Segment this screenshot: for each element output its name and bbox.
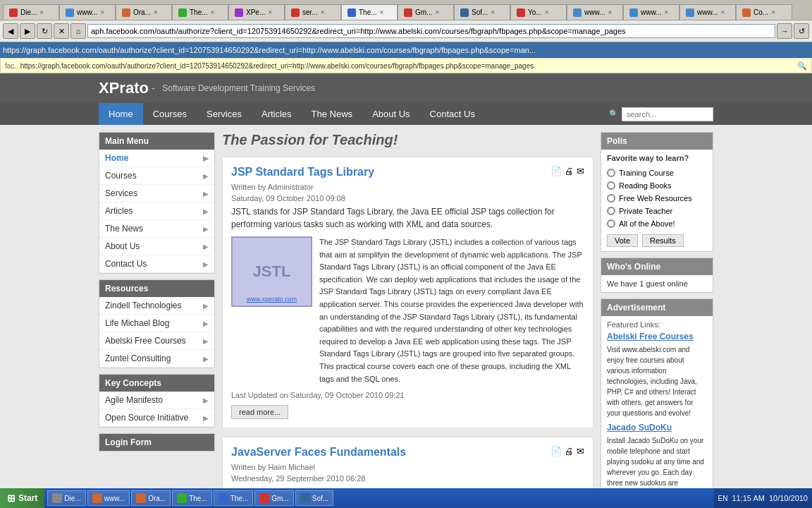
- poll-radio-private[interactable]: [607, 207, 615, 215]
- nav-menu: Home Courses Services Articles The News …: [99, 103, 485, 125]
- tab-yo[interactable]: Yo...×: [510, 4, 567, 20]
- reload-button[interactable]: ↻: [37, 23, 52, 39]
- back-button[interactable]: ◀: [3, 23, 18, 39]
- poll-radio-all[interactable]: [607, 219, 615, 228]
- taskbar-item-4[interactable]: The...: [172, 490, 212, 506]
- arrow-icon: ▶: [203, 243, 209, 250]
- tab-ser[interactable]: ser...×: [285, 4, 341, 20]
- nav-services[interactable]: Services: [197, 103, 252, 125]
- tab-gm[interactable]: Gm...×: [398, 4, 454, 20]
- taskbar: ⊞ Start Die... www... Ora... The... The.…: [0, 488, 812, 508]
- tab-www3[interactable]: www...×: [623, 4, 679, 20]
- taskbar-item-6[interactable]: Gm...: [254, 490, 293, 506]
- article-title-row-jsf: JavaServer Faces Fundamentals 📄 🖨 ✉: [231, 446, 584, 463]
- taskbar-app-icon: [259, 493, 269, 503]
- sidebar-item-life-michael[interactable]: Life Michael Blog▶: [99, 315, 214, 332]
- poll-radio-free-web[interactable]: [607, 194, 615, 202]
- tab-co[interactable]: Co...×: [736, 4, 792, 20]
- nav-home[interactable]: Home: [99, 103, 143, 125]
- sidebar-item-agile[interactable]: Agile Manifesto▶: [99, 392, 214, 409]
- sidebar-item-home[interactable]: Home▶: [99, 150, 214, 167]
- sidebar-item-the-news[interactable]: The News▶: [99, 220, 214, 238]
- nav-contact-us[interactable]: Contact Us: [420, 103, 485, 125]
- home-button[interactable]: ⌂: [70, 23, 86, 39]
- sidebar-item-courses[interactable]: Courses▶: [99, 167, 214, 185]
- read-more-jsp[interactable]: read more...: [231, 405, 288, 419]
- article-meta-jsf: Written by Haim Michael: [231, 463, 584, 471]
- taskbar-items: Die... www... Ora... The... The... Gm...…: [44, 488, 713, 508]
- sidebar-item-zindell[interactable]: Zindell Technologies▶: [99, 297, 214, 315]
- taskbar-app-icon: [52, 493, 62, 503]
- poll-label-free-web: Free Web Resources: [619, 194, 692, 202]
- stop-button[interactable]: ✕: [54, 23, 69, 39]
- tab-the-active[interactable]: The...×: [341, 4, 398, 20]
- poll-radio-reading[interactable]: [607, 181, 615, 190]
- tab-www2[interactable]: www...×: [567, 4, 623, 20]
- tab-xpe[interactable]: XPe...×: [228, 4, 285, 20]
- nav-the-news[interactable]: The News: [302, 103, 363, 125]
- print-icon[interactable]: 🖨: [565, 166, 574, 176]
- login-form-section: Login Form: [99, 433, 215, 452]
- nav-bar: ◀ ▶ ↻ ✕ ⌂ → ↺: [0, 20, 812, 42]
- pdf-icon[interactable]: 📄: [550, 166, 562, 176]
- sidebar-item-about-us[interactable]: About Us▶: [99, 238, 214, 255]
- taskbar-app-icon: [177, 493, 187, 503]
- arrow-icon: ▶: [203, 207, 209, 215]
- forward-button[interactable]: ▶: [20, 23, 35, 39]
- print-icon-jsf[interactable]: 🖨: [565, 446, 574, 456]
- vote-button[interactable]: Vote: [607, 234, 638, 247]
- article-title-jsf[interactable]: JavaServer Faces Fundamentals: [231, 446, 406, 459]
- nav-courses[interactable]: Courses: [143, 103, 197, 125]
- go-button[interactable]: →: [777, 23, 792, 39]
- image-link-jsp[interactable]: www.xperato.com: [247, 296, 297, 303]
- abelski-free-courses-link[interactable]: Abelski Free Courses: [607, 332, 707, 341]
- email-icon-jsf[interactable]: ✉: [577, 446, 584, 456]
- search-input[interactable]: [622, 107, 713, 121]
- taskbar-item-5[interactable]: The...: [214, 490, 254, 506]
- poll-option-all: All of the Above!: [601, 217, 713, 230]
- sidebar-item-articles[interactable]: Articles▶: [99, 202, 214, 220]
- article-title-jsp[interactable]: JSP Standard Tags Library: [231, 166, 374, 179]
- taskbar-item-3[interactable]: Ora...: [131, 490, 171, 506]
- author-label-jsf: Written by: [231, 463, 268, 471]
- arrow-icon: ▶: [203, 397, 209, 404]
- taskbar-item-2[interactable]: www...: [87, 490, 130, 506]
- login-form-title: Login Form: [99, 434, 214, 451]
- whos-online-text: We have 1 guest online: [601, 275, 713, 292]
- taskbar-item-7[interactable]: Sof...: [295, 490, 333, 506]
- right-sidebar: Polls Favorite way to learn? Training Co…: [601, 132, 713, 508]
- poll-radio-training[interactable]: [607, 169, 615, 177]
- start-button[interactable]: ⊞ Start: [0, 488, 44, 508]
- sidebar-item-abelski[interactable]: Abelski Free Courses▶: [99, 332, 214, 350]
- nav-about-us[interactable]: About Us: [362, 103, 419, 125]
- nav-articles[interactable]: Articles: [252, 103, 302, 125]
- site-logo: XPrato: [99, 79, 149, 97]
- tab-www4[interactable]: www...×: [679, 4, 736, 20]
- tab-die[interactable]: Die...×: [3, 4, 59, 20]
- url-tooltip: fac... https://graph.facebook.com/oauth/…: [0, 58, 812, 73]
- pdf-icon-jsf[interactable]: 📄: [550, 446, 562, 456]
- tab-sof[interactable]: Sof...×: [454, 4, 510, 20]
- refresh-button[interactable]: ↺: [794, 23, 809, 39]
- sidebar-item-zuntel[interactable]: Zuntel Consulting▶: [99, 350, 214, 368]
- sidebar-item-open-source[interactable]: Open Source Initiative▶: [99, 409, 214, 427]
- url-highlight-text: https://graph.facebook.com/oauth/authori…: [3, 46, 536, 54]
- language-indicator[interactable]: EN: [718, 495, 728, 502]
- poll-label-reading: Reading Books: [619, 181, 672, 190]
- article-icons: 📄 🖨 ✉: [550, 166, 584, 176]
- tab-ora[interactable]: Ora...×: [116, 4, 172, 20]
- jacado-sudoku-link[interactable]: Jacado SuDoKu: [607, 423, 707, 433]
- tab-www1[interactable]: www...×: [59, 4, 116, 20]
- email-icon[interactable]: ✉: [577, 166, 584, 176]
- address-bar[interactable]: [87, 24, 775, 38]
- taskbar-item-1[interactable]: Die...: [47, 490, 85, 506]
- tab-the1[interactable]: The...×: [172, 4, 228, 20]
- key-concepts-title: Key Concepts: [99, 375, 214, 392]
- nav-search: 🔍: [609, 107, 713, 121]
- poll-question: Favorite way to learn?: [601, 150, 713, 167]
- taskbar-app-icon: [92, 493, 102, 503]
- featured-links-label: Featured Links:: [607, 320, 707, 329]
- sidebar-item-services[interactable]: Services▶: [99, 185, 214, 202]
- results-button[interactable]: Results: [642, 234, 684, 247]
- sidebar-item-contact-us[interactable]: Contact Us▶: [99, 255, 214, 273]
